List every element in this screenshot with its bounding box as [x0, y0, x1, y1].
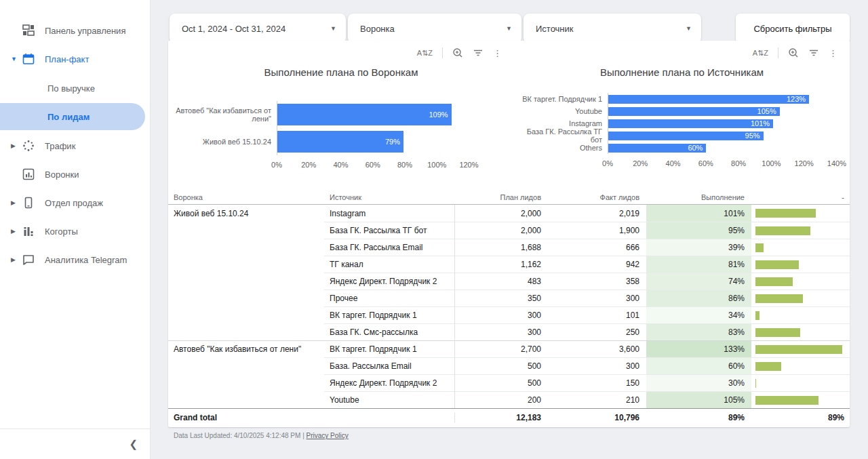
cell-completion: 133%	[646, 340, 751, 357]
column-header-5[interactable]: -	[751, 193, 850, 201]
completion-mini-bar	[755, 294, 803, 303]
column-header-4[interactable]: Выполнение	[646, 193, 751, 201]
dashboard-app: Панель управления▼План-фактПо выручкеПо …	[0, 0, 868, 459]
cell-fact: 666	[548, 239, 646, 256]
privacy-policy-link[interactable]: Privacy Policy	[307, 432, 349, 439]
cell-completion-bar	[751, 323, 850, 340]
sidebar-item-6[interactable]: ▶Аналитика Telegram	[0, 245, 150, 274]
chart-bar[interactable]: 123%	[608, 95, 809, 104]
cell-completion: 86%	[646, 290, 751, 306]
chevron-left-icon[interactable]: ❮	[129, 438, 138, 450]
table-row[interactable]: База ГК. Смс-рассылка30025083%	[168, 323, 850, 340]
total-label: Grand total	[168, 413, 324, 422]
grand-total-row: Grand total12,18310,79689%89%	[168, 408, 850, 426]
more-vert-icon[interactable]: ⋮	[493, 48, 502, 58]
source-plan-chart: A⇅Z⋮Выполнение плана по ИсточникамВК тар…	[514, 41, 850, 190]
column-header-2[interactable]: План лидов	[454, 193, 548, 201]
column-header-3[interactable]: Факт лидов	[548, 193, 646, 201]
caret-right-icon[interactable]: ▶	[11, 142, 22, 149]
chart-category-label: ВК таргет. Подрядчик 1	[514, 93, 608, 105]
cell-source: ВК таргет. Подрядчик 1	[324, 306, 454, 323]
more-vert-icon[interactable]: ⋮	[829, 48, 837, 58]
chart-category-label: База ГК. Рассылка ТГ бот	[514, 129, 608, 142]
sidebar-item-0[interactable]: Панель управления	[0, 16, 150, 45]
sidebar-item-label: Отдел продаж	[45, 198, 103, 208]
date-range-filter[interactable]: Oct 1, 2024 - Oct 31, 2024 ▼	[170, 14, 346, 43]
chart-bar[interactable]: 105%	[608, 107, 780, 116]
table-row[interactable]: База ГК. Рассылка ТГ бот2,0001,90095%	[168, 222, 850, 239]
cell-completion: 60%	[646, 357, 751, 374]
completion-mini-bar	[755, 226, 810, 235]
sidebar-subitem-1-0[interactable]: По выручке	[0, 75, 150, 102]
x-axis-tick: 60%	[366, 161, 380, 169]
zoom-icon[interactable]	[788, 47, 799, 58]
table-row[interactable]: Автовеб "Как избавиться от лени"ВК тарге…	[168, 340, 850, 357]
caret-right-icon[interactable]: ▶	[11, 256, 22, 263]
sidebar-subitem-1-1[interactable]: По лидам	[0, 103, 145, 130]
cell-plan: 1,688	[454, 239, 548, 256]
table-row[interactable]: ВК таргет. Подрядчик 130010134%	[168, 306, 850, 323]
cell-completion: 83%	[646, 323, 751, 340]
column-header-0[interactable]: Воронка	[168, 193, 324, 201]
sidebar-item-2[interactable]: ▶Трафик	[0, 132, 150, 160]
table-row[interactable]: Youtube200210105%	[168, 391, 850, 408]
caret-right-icon[interactable]: ▶	[11, 199, 22, 206]
x-axis-tick: 60%	[698, 159, 713, 167]
completion-mini-bar	[755, 260, 799, 269]
dashboard-icon	[22, 24, 35, 37]
zoom-icon[interactable]	[452, 47, 463, 58]
sidebar-item-4[interactable]: ▶Отдел продаж	[0, 188, 150, 217]
date-range-value: Oct 1, 2024 - Oct 31, 2024	[182, 24, 285, 34]
table-row[interactable]: База. Рассылка Email50030060%	[168, 357, 850, 374]
caret-down-icon[interactable]: ▼	[11, 56, 22, 62]
source-filter-label: Источник	[536, 24, 574, 34]
source-filter[interactable]: Источник ▼	[524, 14, 701, 43]
completion-mini-bar	[755, 243, 764, 252]
filter-icon[interactable]	[473, 47, 484, 58]
filter-icon[interactable]	[808, 47, 819, 58]
cell-plan: 2,000	[454, 205, 548, 222]
sort-az-icon[interactable]: A⇅Z	[753, 49, 768, 58]
caret-right-icon[interactable]: ▶	[11, 228, 22, 235]
cell-source: База ГК. Рассылка ТГ бот	[324, 222, 454, 239]
funnel-plan-chart: A⇅Z⋮Выполнение плана по ВоронкамАвтовеб …	[168, 41, 514, 190]
column-header-1[interactable]: Источник	[324, 193, 454, 201]
table-row[interactable]: База ГК. Рассылка Email1,68866639%	[168, 239, 850, 256]
cell-completion-bar	[751, 222, 850, 239]
cell-completion: 34%	[646, 306, 751, 323]
sidebar-item-3[interactable]: Воронки	[0, 160, 150, 188]
cohorts-icon	[22, 224, 35, 238]
reset-filters-button[interactable]: Сбросить фильтры	[736, 14, 850, 43]
sort-az-icon[interactable]: A⇅Z	[417, 49, 433, 58]
table-row[interactable]: Яндекс Директ. Подрядчик 250015030%	[168, 374, 850, 391]
total-fact: 10,796	[548, 413, 646, 422]
chart-bar[interactable]: 79%	[277, 131, 403, 153]
report-card: A⇅Z⋮Выполнение плана по ВоронкамАвтовеб …	[168, 41, 850, 427]
plan-fact-table: ВоронкаИсточникПлан лидовФакт лидовВыпол…	[168, 190, 850, 426]
chart-bar[interactable]: 60%	[608, 144, 706, 153]
sales-phone-icon	[22, 196, 35, 209]
chart-bar[interactable]: 101%	[608, 119, 773, 128]
cell-completion: 105%	[646, 391, 751, 408]
cell-completion: 101%	[646, 205, 751, 222]
chart-bar[interactable]: 95%	[608, 132, 764, 140]
x-axis-tick: 80%	[397, 161, 412, 169]
cell-source: ТГ канал	[324, 256, 454, 273]
table-row[interactable]: Живой веб 15.10.24Instagram2,0002,019101…	[168, 205, 850, 222]
cell-completion-bar	[751, 239, 850, 256]
cell-fact: 300	[548, 290, 646, 306]
chevron-down-icon: ▼	[330, 25, 336, 32]
sidebar-item-label: План-факт	[45, 54, 89, 64]
table-row[interactable]: Прочее35030086%	[168, 290, 850, 306]
funnel-filter[interactable]: Воронка ▼	[348, 14, 521, 43]
cell-completion-bar	[751, 306, 850, 323]
table-row[interactable]: ТГ канал1,16294281%	[168, 256, 850, 273]
cell-source: База ГК. Смс-рассылка	[324, 323, 454, 340]
sidebar-item-1[interactable]: ▼План-факт	[0, 45, 150, 73]
cell-funnel	[168, 239, 324, 256]
chart-bar[interactable]: 109%	[277, 104, 452, 125]
sidebar-item-5[interactable]: ▶Когорты	[0, 217, 150, 245]
cell-source: Яндекс Директ. Подрядчик 2	[324, 374, 454, 391]
table-row[interactable]: Яндекс Директ. Подрядчик 248335874%	[168, 273, 850, 290]
cell-funnel: Живой веб 15.10.24	[168, 205, 324, 222]
